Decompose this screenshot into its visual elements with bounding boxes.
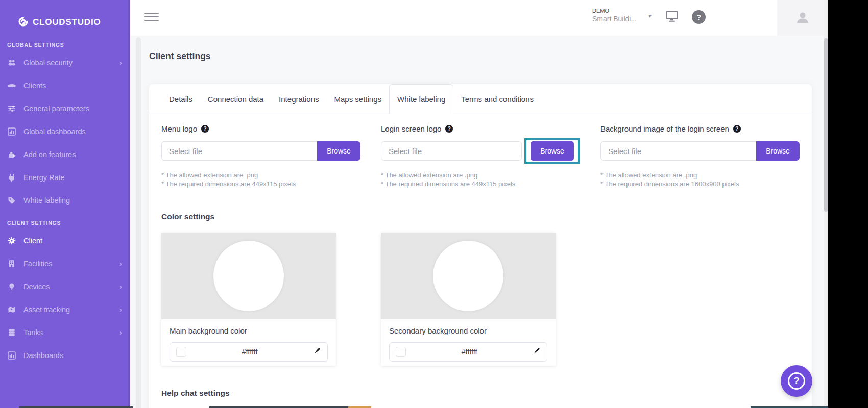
bar-chart-icon [7,127,16,136]
sidebar-item-label: Clients [23,82,46,90]
chevron-right-icon: › [119,283,122,290]
chevron-down-icon[interactable]: ▾ [648,12,652,19]
client-settings-card: Details Connection data Integrations Map… [149,84,812,408]
main-color-preview [161,233,336,319]
help-chat-settings-heading: Help chat settings [161,389,800,398]
page-scrollbar-thumb[interactable] [824,38,828,212]
database-icon [7,328,16,337]
help-fab-button[interactable]: ? [781,365,812,397]
login-screen-logo-file-input[interactable]: Select file [381,141,522,161]
sidebar-item-label: Asset tracking [23,305,70,314]
color-settings-heading: Color settings [161,212,800,221]
main-background-color-input[interactable]: #ffffff [170,342,328,362]
sidebar-item-facilities[interactable]: Facilities › [0,252,130,275]
tab-bar: Details Connection data Integrations Map… [149,84,812,114]
help-icon[interactable]: ? [201,125,209,133]
menu-toggle-button[interactable] [144,13,159,23]
client-selector[interactable]: DEMO Smart Buildi... [592,8,643,23]
color-swatch[interactable] [396,347,406,357]
eyedropper-icon[interactable] [533,347,541,357]
menu-logo-file-input[interactable]: Select file [161,141,317,161]
login-background-file-input[interactable]: Select file [600,141,756,161]
sidebar-item-energy-rate[interactable]: Energy Rate [0,166,130,189]
bar-chart-icon [7,351,16,360]
color-preview-circle [432,240,504,312]
secondary-background-color-card: Secondary background color #ffffff [381,233,556,366]
content-left-scrollbar[interactable] [136,37,141,408]
color-swatch[interactable] [176,347,186,357]
sidebar-item-global-dashboards[interactable]: Global dashboards [0,120,130,143]
secondary-background-color-label: Secondary background color [389,326,547,335]
menu-logo-field: Menu logo ? Select file Browse * The all… [161,124,360,188]
sidebar-item-dashboards[interactable]: Dashboards [0,344,130,367]
client-code: DEMO [592,8,643,14]
handshake-icon [7,81,16,90]
users-icon [7,58,16,67]
login-background-browse-button[interactable]: Browse [756,141,800,161]
main-background-color-card: Main background color #ffffff [161,233,336,366]
building-icon [7,259,16,268]
sidebar-item-devices[interactable]: Devices › [0,275,130,298]
tab-connection-data[interactable]: Connection data [200,84,271,114]
sidebar-item-label: General parameters [23,105,89,113]
client-name: Smart Buildi... [592,15,643,23]
sidebar-item-label: Facilities [23,260,52,268]
top-header: DEMO Smart Buildi... ▾ ? [130,0,828,36]
main-background-color-label: Main background color [170,326,328,335]
sidebar-item-client[interactable]: Client [0,229,130,252]
sidebar-item-label: Global security [23,59,73,67]
color-preview-circle [213,240,284,312]
plug-icon [7,173,16,182]
help-icon[interactable]: ? [733,125,741,133]
monitor-icon[interactable] [665,10,679,24]
color-value[interactable]: #ffffff [406,348,533,356]
sidebar-item-label: Client [23,237,42,245]
sidebar-item-tanks[interactable]: Tanks › [0,321,130,344]
bulb-icon [7,282,16,291]
tab-integrations[interactable]: Integrations [271,84,326,114]
sidebar-item-label: White labeling [23,196,70,205]
user-menu[interactable] [777,0,828,36]
login-screen-logo-field: Login screen logo ? Select file Browse *… [381,124,580,188]
color-value[interactable]: #ffffff [186,348,313,356]
gear-icon [7,236,16,245]
main-content: DEMO Smart Buildi... ▾ ? Client settings… [130,0,828,408]
help-icon[interactable]: ? [692,10,706,24]
sidebar-item-clients[interactable]: Clients [0,74,130,97]
white-labeling-panel: Menu logo ? Select file Browse * The all… [149,114,812,398]
app-window: CLOUDSTUDIO GLOBAL SETTINGS Global secur… [0,0,868,408]
menu-logo-browse-button[interactable]: Browse [317,141,360,161]
cloudstudio-logo-icon [18,17,28,29]
eyedropper-icon[interactable] [313,347,321,357]
brand[interactable]: CLOUDSTUDIO [0,0,130,34]
login-background-hints: * The allowed extension are .png * The r… [600,171,800,188]
tab-terms-and-conditions[interactable]: Terms and conditions [453,84,541,114]
page-scrollbar[interactable] [824,0,828,408]
tab-details[interactable]: Details [161,84,200,114]
menu-logo-label: Menu logo [161,124,197,133]
login-background-field: Background image of the login screen ? S… [600,124,800,188]
chevron-right-icon: › [119,305,122,313]
chevron-right-icon: › [119,260,122,267]
sidebar-caption-client-settings: CLIENT SETTINGS [0,212,130,229]
sidebar-item-asset-tracking[interactable]: Asset tracking › [0,298,130,321]
sidebar-item-label: Global dashboards [23,128,86,136]
secondary-background-color-input[interactable]: #ffffff [389,342,547,362]
login-screen-logo-hints: * The allowed extension are .png * The r… [381,171,580,188]
sidebar-item-global-security[interactable]: Global security › [0,51,130,74]
sidebar-item-general-parameters[interactable]: General parameters [0,97,130,120]
tab-maps-settings[interactable]: Maps settings [327,84,390,114]
sidebar-item-label: Devices [23,283,50,291]
tab-white-labeling[interactable]: White labeling [389,84,453,114]
action-highlight-frame: Browse [524,138,580,164]
menu-logo-hints: * The allowed extension are .png * The r… [161,171,360,188]
sliders-icon [7,104,16,113]
sidebar-item-white-labeling[interactable]: White labeling [0,189,130,212]
login-screen-logo-browse-button[interactable]: Browse [531,141,574,161]
secondary-color-preview [381,233,556,319]
chevron-right-icon: › [119,59,122,66]
sidebar-item-add-on-features[interactable]: Add on features [0,143,130,166]
help-icon[interactable]: ? [445,125,453,133]
sidebar-item-label: Add on features [23,150,76,159]
puzzle-icon [7,150,16,159]
